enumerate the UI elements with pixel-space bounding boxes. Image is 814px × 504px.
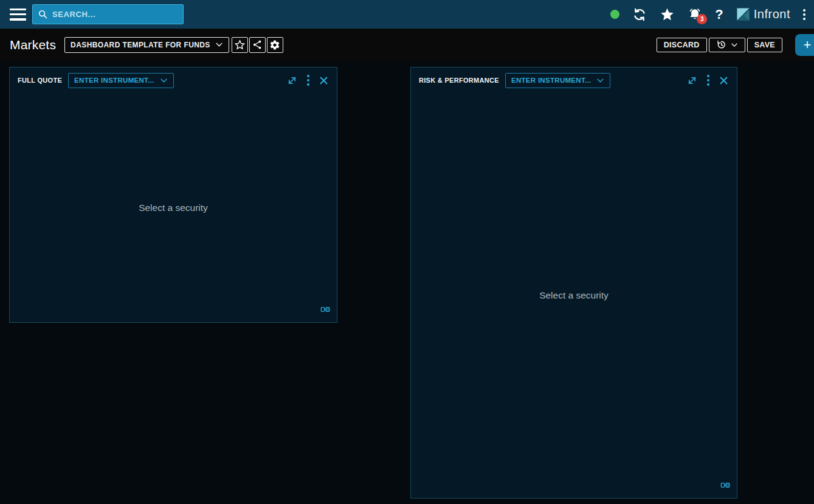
empty-state-message: Select a security <box>539 290 609 301</box>
dashboard-template-dropdown[interactable]: DASHBOARD TEMPLATE FOR FUNDS <box>64 37 229 53</box>
favorites-star-icon[interactable] <box>660 7 675 22</box>
panel-actions <box>286 75 329 86</box>
help-icon[interactable]: ? <box>715 8 723 21</box>
notifications-bell-icon[interactable]: 3 <box>688 7 702 22</box>
expand-panel-icon[interactable] <box>286 75 298 86</box>
panel-risk-performance: RISK & PERFORMANCE ENTER INSTRUMENT... S… <box>410 67 737 499</box>
instrument-selector[interactable]: ENTER INSTRUMENT... <box>505 73 611 88</box>
link-channel-icon[interactable] <box>720 480 730 491</box>
panel-body: Select a security <box>411 93 737 498</box>
menu-hamburger-icon[interactable] <box>10 9 26 21</box>
history-dropdown-button[interactable] <box>709 38 745 52</box>
gear-icon <box>269 40 280 50</box>
chevron-down-icon <box>596 77 604 85</box>
chevron-down-icon <box>731 41 738 49</box>
refresh-icon[interactable] <box>632 7 647 22</box>
connection-status-dot <box>610 10 619 19</box>
close-panel-icon[interactable] <box>319 75 329 86</box>
add-widget-button[interactable]: + <box>795 34 814 56</box>
brand-name: Infront <box>754 7 790 21</box>
page-title: Markets <box>10 38 56 52</box>
share-dashboard-button[interactable] <box>249 37 266 53</box>
link-channel-icon[interactable] <box>320 305 330 316</box>
search-icon <box>38 9 48 19</box>
panel-header: FULL QUOTE ENTER INSTRUMENT... <box>10 67 337 93</box>
empty-state-message: Select a security <box>139 202 208 213</box>
infront-logo: Infront <box>736 7 790 21</box>
notification-badge: 3 <box>697 14 707 24</box>
history-icon <box>716 40 726 50</box>
panel-actions <box>686 75 729 86</box>
dashboard-template-label: DASHBOARD TEMPLATE FOR FUNDS <box>71 41 210 49</box>
instrument-placeholder: ENTER INSTRUMENT... <box>511 77 592 84</box>
save-button[interactable]: SAVE <box>747 38 782 52</box>
panel-menu-kebab-icon[interactable] <box>707 75 709 86</box>
chevron-down-icon <box>215 41 223 49</box>
close-panel-icon[interactable] <box>719 75 729 86</box>
topbar-right-group: 3 ? Infront <box>610 7 805 22</box>
instrument-placeholder: ENTER INSTRUMENT... <box>74 77 154 84</box>
panel-title: FULL QUOTE <box>18 77 62 84</box>
overflow-kebab-icon[interactable] <box>803 9 805 20</box>
infront-logo-icon <box>736 7 750 21</box>
instrument-selector[interactable]: ENTER INSTRUMENT... <box>68 73 174 88</box>
panel-full-quote: FULL QUOTE ENTER INSTRUMENT... Select a … <box>9 67 337 323</box>
top-app-bar: 3 ? Infront <box>0 0 814 29</box>
search-input[interactable] <box>52 10 178 19</box>
expand-panel-icon[interactable] <box>686 75 698 86</box>
panel-menu-kebab-icon[interactable] <box>307 75 309 86</box>
panel-header: RISK & PERFORMANCE ENTER INSTRUMENT... <box>411 67 737 93</box>
panel-body: Select a security <box>10 93 337 322</box>
favorite-dashboard-button[interactable] <box>232 37 248 53</box>
panel-title: RISK & PERFORMANCE <box>419 77 499 84</box>
star-outline-icon <box>234 40 246 50</box>
chevron-down-icon <box>160 77 168 85</box>
dashboard-content: FULL QUOTE ENTER INSTRUMENT... Select a … <box>0 61 814 504</box>
dashboard-settings-button[interactable] <box>267 37 283 53</box>
discard-button[interactable]: DISCARD <box>657 38 707 52</box>
share-icon <box>252 40 263 50</box>
dashboard-toolbar: Markets DASHBOARD TEMPLATE FOR FUNDS DIS… <box>0 29 814 61</box>
toolbar-right-group: DISCARD SAVE <box>657 38 782 52</box>
search-box[interactable] <box>32 4 184 24</box>
